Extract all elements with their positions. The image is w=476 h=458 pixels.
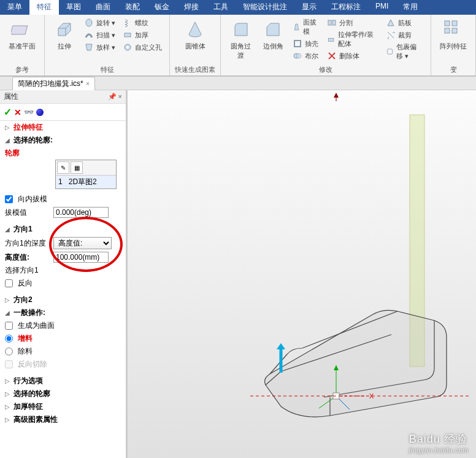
confirm-icon[interactable]: ✓ [4, 106, 12, 118]
dir1-section-label: 方向1 [13, 224, 33, 235]
thicken-button[interactable]: 加厚 [120, 29, 164, 41]
fillet-button[interactable]: 圆角过渡 [226, 17, 256, 61]
dir1-depth-select[interactable]: 高度值: [53, 237, 112, 249]
draft-value-label: 拔模值 [5, 208, 51, 218]
dir1-section-row[interactable]: ◢ 方向1 [0, 223, 126, 236]
delete-body-button[interactable]: 删除体 [324, 50, 381, 61]
add-material-row[interactable]: 增料 [0, 332, 126, 345]
tab-weld[interactable]: 焊接 [177, 0, 206, 15]
svg-rect-10 [329, 38, 334, 41]
behavior-options-row[interactable]: ▷ 行为选项 [0, 375, 126, 387]
height-input[interactable] [53, 252, 109, 263]
thread-button[interactable]: 螺纹 [120, 17, 164, 28]
tab-drawing[interactable]: 工程标注 [324, 0, 368, 15]
pull-part-button[interactable]: 拉伸零件/装配体 [324, 29, 381, 49]
wrap-offset-button[interactable]: 包裹偏移 ▾ [383, 42, 426, 61]
panel-title: 属性 [4, 91, 18, 102]
face-draft-button[interactable]: 面拔模 [290, 17, 322, 37]
thicken-feature-row[interactable]: ▷ 加厚特征 [0, 400, 126, 413]
tab-sheetmetal[interactable]: 钣金 [147, 0, 177, 15]
sweep-button[interactable]: 扫描 ▾ [82, 29, 118, 41]
general-op-row[interactable]: ◢ 一般操作: [0, 306, 126, 319]
tab-pmi[interactable]: PMI [368, 0, 396, 15]
custom-hole-button[interactable]: 自定义孔 [120, 42, 164, 53]
svg-point-7 [296, 53, 301, 58]
array-feature-button[interactable]: 阵列特征 [436, 17, 470, 52]
group-quick: 圆锥体 快速生成图素 [170, 15, 221, 76]
group-label-feature: 特征 [50, 64, 164, 76]
tab-display[interactable]: 显示 [294, 0, 324, 15]
sweep-icon [84, 30, 94, 40]
inward-draft-checkbox[interactable] [5, 195, 13, 203]
pull-icon [327, 34, 335, 44]
preview-icon[interactable]: 👓 [24, 107, 34, 117]
contour-section-row[interactable]: ◢ 选择的轮廓: [0, 134, 126, 147]
rib-icon [386, 18, 396, 28]
cone-button[interactable]: 圆锥体 [175, 17, 215, 52]
datum-plane-button[interactable]: 基准平面 [5, 17, 39, 52]
tab-annotation[interactable]: 智能设计批注 [236, 0, 294, 15]
boolean-button[interactable]: 布尔 [290, 50, 322, 61]
delete-icon [327, 51, 337, 61]
trim-button[interactable]: 裁剪 [383, 29, 426, 41]
viewport-3d[interactable]: X Baidu 经验 jingyan.baidu.com [128, 90, 476, 458]
tab-menu[interactable]: 菜单 [0, 0, 29, 15]
remove-material-radio[interactable] [5, 347, 13, 355]
draft-icon [293, 22, 301, 32]
inward-draft-row[interactable]: 向内拔模 [0, 193, 126, 206]
select-contour-row[interactable]: ▷ 选择的轮廓 [0, 387, 126, 400]
split-button[interactable]: 分割 [324, 17, 381, 28]
contour-name: 2D草图2 [69, 177, 97, 186]
preview-dot-icon[interactable] [36, 109, 44, 116]
contour-list-item[interactable]: 1 2D草图2 [56, 176, 116, 188]
feature-name-row[interactable]: ▷ 拉伸特征 [0, 121, 126, 134]
cancel-icon[interactable]: ✕ [14, 107, 21, 117]
panel-header-controls[interactable]: 📌 × [108, 93, 122, 101]
select-dir1-row[interactable]: 选择方向1 [0, 264, 126, 277]
gen-surface-checkbox[interactable] [5, 322, 13, 330]
dir2-section-row[interactable]: ▷ 方向2 [0, 293, 126, 306]
svg-marker-27 [277, 343, 285, 349]
tab-assembly[interactable]: 装配 [118, 0, 147, 15]
edit-sketch-button[interactable]: ✎ [57, 161, 69, 174]
advanced-props-row[interactable]: ▷ 高级图素属性 [0, 413, 126, 426]
reverse-cut-row[interactable]: 反向切除 [0, 358, 126, 371]
tab-feature[interactable]: 特征 [29, 0, 59, 15]
contour-row: 轮廓 [0, 147, 126, 160]
contour-label: 轮廓 [5, 148, 23, 158]
group-label-array: 变 [436, 64, 470, 76]
reverse-row[interactable]: 反向 [0, 277, 126, 290]
close-icon[interactable]: × [86, 80, 90, 87]
add-material-radio[interactable] [5, 335, 13, 343]
main-area: 属性 📌 × ✓ ✕ 👓 ▷ 拉伸特征 ◢ 选择的轮廓: 轮廓 ✎ ▦ 1 [0, 90, 476, 458]
select-sketch-button[interactable]: ▦ [71, 161, 83, 174]
fillet-icon [230, 18, 252, 41]
tab-surface[interactable]: 曲面 [88, 0, 118, 15]
rib-button[interactable]: 筋板 [383, 17, 426, 28]
shell-button[interactable]: 抽壳 [290, 38, 322, 49]
wrap-icon [386, 47, 394, 56]
extrude-button[interactable]: 拉伸 [50, 17, 79, 52]
loft-button[interactable]: 放样 ▾ [82, 42, 118, 53]
gen-surface-row[interactable]: 生成为曲面 [0, 319, 126, 332]
inward-draft-label: 向内拔模 [18, 194, 47, 204]
tab-tools[interactable]: 工具 [206, 0, 236, 15]
collapse-icon: ◢ [5, 309, 11, 316]
extrude-icon [53, 18, 75, 41]
document-tab[interactable]: 简陋的扫地撮箕.ics* × [12, 77, 95, 90]
chamfer-button[interactable]: 边倒角 [258, 17, 288, 52]
group-array: 阵列特征 变 [431, 15, 476, 76]
reverse-checkbox[interactable] [5, 279, 13, 287]
panel-header: 属性 📌 × [0, 90, 126, 104]
draft-value-input[interactable] [53, 207, 109, 218]
group-modify: 圆角过渡 边倒角 面拔模 抽壳 布尔 分割 拉伸零件/装配体 删除体 筋板 [221, 15, 431, 76]
svg-rect-8 [328, 20, 331, 25]
svg-point-1 [86, 19, 92, 26]
loft-icon [84, 42, 94, 52]
tab-sketch[interactable]: 草图 [59, 0, 88, 15]
svg-marker-17 [334, 93, 339, 98]
remove-material-row[interactable]: 除料 [0, 345, 126, 358]
tab-common[interactable]: 常用 [396, 0, 425, 15]
expand-icon: ▷ [5, 403, 11, 410]
rotate-button[interactable]: 旋转 ▾ [82, 17, 118, 28]
